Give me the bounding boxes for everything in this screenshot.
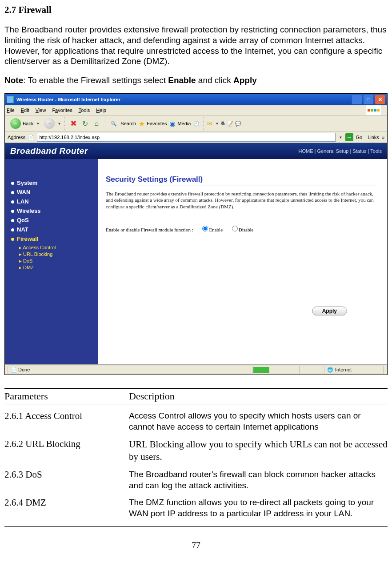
- option-label: Enable or disable Firewall module functi…: [106, 227, 193, 232]
- stop-icon[interactable]: ✖: [68, 119, 78, 128]
- sidebar-sub-dos[interactable]: DoS: [19, 258, 93, 264]
- page-number: 77: [4, 540, 388, 550]
- router-sidebar: System WAN LAN Wireless QoS NAT Firewall…: [5, 159, 98, 364]
- back-arrow-icon: ←: [10, 118, 21, 129]
- print-icon[interactable]: 🖶: [220, 121, 225, 126]
- search-icon[interactable]: 🔍: [109, 119, 119, 128]
- note-text-pre: : To enable the Firewall settings select: [23, 76, 168, 85]
- sidebar-item-wireless[interactable]: Wireless: [11, 207, 93, 214]
- note-label: Note: [4, 76, 23, 85]
- favorites-label[interactable]: Favorites: [147, 121, 167, 126]
- browser-screenshot: Wireless Router - Microsoft Internet Exp…: [4, 93, 388, 375]
- status-done-text: Done: [18, 367, 30, 372]
- param-row: 2.6.4 DMZ The DMZ function allows you to…: [4, 491, 388, 519]
- menu-help[interactable]: Help: [96, 108, 106, 113]
- table-bottom-rule: [4, 526, 388, 527]
- links-expand-icon[interactable]: »: [382, 135, 384, 140]
- router-main: Security Settings (Firewall) The Broadba…: [98, 159, 387, 364]
- sidebar-item-qos[interactable]: QoS: [11, 217, 93, 223]
- parameters-table: Parameters Description 2.6.1 Access Cont…: [4, 388, 388, 527]
- router-nav-links[interactable]: HOME | General Setup | Status | Tools: [298, 148, 382, 154]
- note-apply: Apply: [233, 76, 257, 85]
- param-row: 2.6.2 URL Blocking URL Blocking allow yo…: [4, 432, 388, 463]
- back-button[interactable]: ← Back ▼: [8, 117, 42, 130]
- menu-view[interactable]: View: [36, 108, 46, 113]
- history-icon[interactable]: 🕘: [193, 121, 200, 127]
- media-label[interactable]: Media: [177, 121, 191, 126]
- address-label: Address: [8, 135, 25, 140]
- globe-icon: 🌐: [327, 367, 333, 373]
- back-label: Back: [23, 121, 33, 126]
- chevron-down-icon: ▼: [215, 122, 219, 126]
- enable-radio[interactable]: [202, 226, 208, 231]
- param-row: 2.6.1 Access Control Access Control allo…: [4, 404, 388, 432]
- menu-tools[interactable]: Tools: [79, 108, 90, 113]
- param-header-name: Parameters: [4, 391, 129, 402]
- sidebar-sub-access[interactable]: Access Control: [19, 245, 93, 251]
- window-titlebar: Wireless Router - Microsoft Internet Exp…: [5, 94, 387, 105]
- param-desc: The DMZ function allows you to re-direct…: [129, 497, 388, 519]
- refresh-icon[interactable]: ↻: [80, 119, 90, 128]
- menu-favorites[interactable]: Favorites: [52, 108, 72, 113]
- param-desc: The Broadband router's firewall can bloc…: [129, 469, 388, 491]
- close-button[interactable]: ✕: [375, 95, 385, 104]
- disable-label: Disable: [239, 227, 254, 232]
- page-done-icon: 📄: [11, 367, 17, 373]
- note-paragraph: Note: To enable the Firewall settings se…: [4, 76, 388, 85]
- status-bar: 📄 Done 🌐 Internet: [5, 364, 387, 375]
- links-label[interactable]: Links: [368, 135, 379, 140]
- mail-icon[interactable]: ✉: [207, 120, 212, 127]
- menu-bar: File Edit View Favorites Tools Help: [5, 105, 387, 116]
- maximize-button[interactable]: □: [363, 95, 374, 104]
- sidebar-item-lan[interactable]: LAN: [11, 198, 93, 205]
- home-icon[interactable]: ⌂: [92, 119, 101, 128]
- router-brand: Broadband Router: [10, 146, 88, 156]
- address-input[interactable]: [37, 133, 335, 142]
- sidebar-sub-dmz[interactable]: DMZ: [19, 265, 93, 271]
- param-row: 2.6.3 DoS The Broadband router's firewal…: [4, 463, 388, 491]
- sidebar-sub-url[interactable]: URL Blocking: [19, 251, 93, 257]
- go-button[interactable]: →: [345, 133, 353, 141]
- param-name: 2.6.1 Access Control: [4, 411, 129, 432]
- media-icon[interactable]: ◉: [169, 120, 176, 128]
- apply-button[interactable]: Apply: [312, 307, 347, 315]
- router-page-title: Security Settings (Firewall): [106, 175, 376, 186]
- ie-app-icon: [7, 96, 14, 103]
- minimize-button[interactable]: _: [352, 95, 362, 104]
- forward-button[interactable]: →: [44, 118, 55, 129]
- param-desc: URL Blocking allow you to specify which …: [129, 438, 388, 463]
- chevron-down-icon[interactable]: ▼: [339, 136, 343, 140]
- address-bar: Address 📄 ▼ → Go Links »: [5, 132, 387, 143]
- param-name: 2.6.3 DoS: [4, 469, 129, 491]
- status-zone-cell: 🌐 Internet: [324, 366, 384, 374]
- intro-paragraph: The Broadband router provides extensive …: [4, 24, 388, 67]
- param-header-row: Parameters Description: [4, 388, 388, 404]
- param-desc: Access Control allows you to specify whi…: [129, 411, 388, 432]
- progress-cell: [252, 366, 298, 374]
- router-page-desc: The Broadband router provides extensive …: [106, 191, 376, 210]
- sidebar-item-system[interactable]: System: [11, 179, 93, 186]
- sidebar-item-wan[interactable]: WAN: [11, 189, 93, 195]
- param-name: 2.6.2 URL Blocking: [4, 438, 129, 463]
- windows-logo-icon: [366, 105, 381, 115]
- menu-file[interactable]: File: [7, 108, 15, 113]
- edit-icon[interactable]: 📝: [227, 121, 233, 127]
- status-empty-cell: [299, 366, 323, 374]
- sidebar-item-nat[interactable]: NAT: [11, 226, 93, 233]
- router-body: System WAN LAN Wireless QoS NAT Firewall…: [5, 159, 387, 364]
- page-icon: 📄: [28, 135, 34, 140]
- param-header-desc: Description: [129, 391, 388, 402]
- search-label[interactable]: Search: [120, 121, 136, 126]
- favorites-icon[interactable]: ★: [139, 120, 145, 128]
- window-title: Wireless Router - Microsoft Internet Exp…: [16, 97, 120, 102]
- router-header: Broadband Router HOME | General Setup | …: [5, 143, 387, 159]
- note-enable: Enable: [168, 76, 196, 85]
- sidebar-item-firewall[interactable]: Firewall: [11, 235, 93, 242]
- disable-radio[interactable]: [232, 226, 238, 231]
- progress-bar: [253, 367, 269, 373]
- note-text-mid: and click: [196, 76, 233, 85]
- discuss-icon[interactable]: 💬: [235, 121, 241, 127]
- section-heading: 2.7 Firewall: [4, 4, 388, 16]
- menu-edit[interactable]: Edit: [21, 108, 29, 113]
- status-zone-text: Internet: [335, 367, 352, 372]
